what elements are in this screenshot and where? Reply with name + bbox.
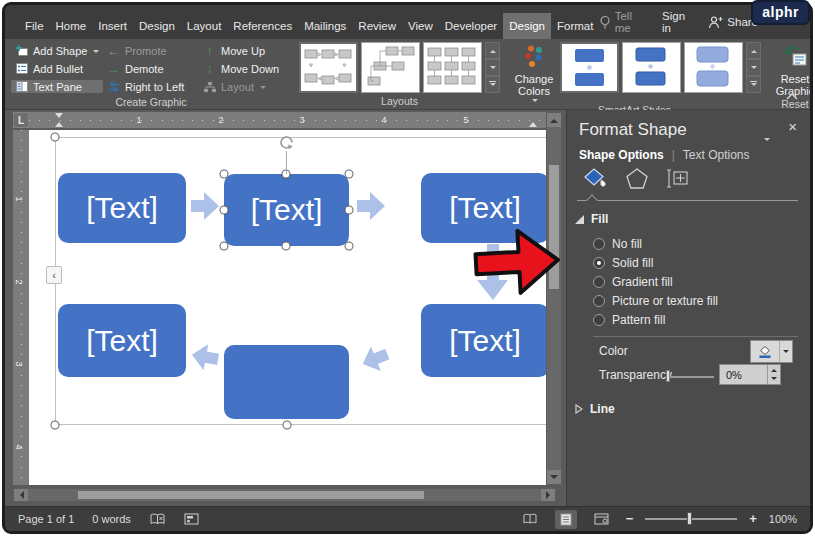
collapse-ribbon-button[interactable] bbox=[786, 86, 798, 104]
selection-handle[interactable] bbox=[282, 242, 291, 251]
gallery-scroll-down-button[interactable] bbox=[746, 59, 761, 76]
layout-thumbnail-2[interactable] bbox=[361, 42, 420, 93]
scroll-up-button[interactable] bbox=[547, 113, 561, 127]
fill-option[interactable]: Gradient fill bbox=[593, 275, 673, 289]
word-count[interactable]: 0 words bbox=[92, 513, 131, 525]
text-pane-toggle-button[interactable]: ‹ bbox=[46, 266, 62, 284]
menu-tab-design[interactable]: Design bbox=[133, 13, 181, 39]
horizontal-ruler[interactable]: 1 2 3 4 5 bbox=[29, 112, 546, 128]
print-layout-button[interactable] bbox=[555, 510, 577, 529]
panel-close-icon[interactable]: × bbox=[788, 118, 797, 135]
scroll-left-button[interactable] bbox=[14, 489, 28, 501]
read-mode-button[interactable] bbox=[517, 510, 543, 528]
web-layout-button[interactable] bbox=[589, 510, 614, 528]
menu-tab-references[interactable]: References bbox=[227, 13, 298, 39]
zoom-slider[interactable] bbox=[645, 518, 737, 520]
effects-icon[interactable] bbox=[625, 167, 649, 190]
line-section-header[interactable]: Line bbox=[575, 402, 615, 416]
gallery-scroll-up-button[interactable] bbox=[485, 42, 500, 59]
selection-handle[interactable] bbox=[220, 242, 229, 251]
spin-up-button[interactable] bbox=[768, 365, 780, 375]
promote-button[interactable]: ← Promote bbox=[103, 44, 199, 58]
menu-tab-insert[interactable]: Insert bbox=[92, 13, 133, 39]
menu-tab-developer[interactable]: Developer bbox=[439, 13, 503, 39]
color-dropdown-caret[interactable] bbox=[779, 341, 792, 362]
selection-handle[interactable] bbox=[345, 206, 354, 215]
menu-tab-review[interactable]: Review bbox=[352, 13, 402, 39]
demote-button[interactable]: → Demote bbox=[103, 62, 199, 76]
macro-recording-icon[interactable] bbox=[184, 513, 199, 525]
connector-arrow-left[interactable] bbox=[188, 338, 221, 376]
layout-properties-icon[interactable] bbox=[666, 167, 690, 190]
zoom-out-button[interactable]: − bbox=[626, 514, 634, 524]
tab-text-options[interactable]: Text Options bbox=[683, 148, 750, 162]
selection-handle[interactable] bbox=[220, 170, 229, 179]
zoom-level[interactable]: 100% bbox=[769, 513, 797, 525]
vertical-ruler[interactable]: 1 2 3 4 bbox=[13, 130, 29, 485]
menu-tab-view[interactable]: View bbox=[402, 13, 439, 39]
horizontal-scroll-thumb[interactable] bbox=[78, 491, 424, 499]
add-bullet-button[interactable]: Add Bullet bbox=[11, 62, 103, 75]
gallery-more-button[interactable] bbox=[746, 76, 761, 93]
text-pane-button[interactable]: Text Pane bbox=[11, 80, 103, 93]
fill-line-icon[interactable] bbox=[581, 166, 608, 191]
smartart-shape-6[interactable]: [Text] bbox=[58, 304, 186, 377]
smartart-shape-1[interactable]: [Text] bbox=[58, 173, 186, 243]
gallery-more-button[interactable] bbox=[485, 76, 500, 93]
selection-handle[interactable] bbox=[220, 206, 229, 215]
transparency-slider-thumb[interactable] bbox=[666, 370, 670, 382]
frame-handle[interactable] bbox=[51, 133, 60, 142]
add-shape-button[interactable]: Add Shape bbox=[11, 44, 103, 57]
connector-arrow-right[interactable] bbox=[191, 188, 219, 224]
fill-section-header[interactable]: Fill bbox=[575, 212, 608, 226]
right-to-left-button[interactable]: Right to Left bbox=[103, 81, 199, 93]
zoom-in-button[interactable]: + bbox=[749, 514, 757, 524]
selection-handle[interactable] bbox=[345, 170, 354, 179]
rotation-handle-icon[interactable] bbox=[278, 134, 295, 151]
layout-thumbnail-1[interactable] bbox=[299, 42, 358, 93]
smartart-shape-2-selected[interactable]: [Text] bbox=[224, 174, 349, 246]
smartart-shape-4[interactable]: [Text] bbox=[421, 304, 546, 377]
fill-option[interactable]: Picture or texture fill bbox=[593, 294, 718, 308]
connector-arrow-right[interactable] bbox=[357, 188, 385, 224]
fill-option[interactable]: Solid fill bbox=[593, 256, 653, 270]
tell-me[interactable]: Tell me bbox=[599, 10, 649, 34]
menu-tab-home[interactable]: Home bbox=[50, 13, 93, 39]
page-indicator[interactable]: Page 1 of 1 bbox=[18, 513, 74, 525]
style-thumbnail-1[interactable] bbox=[560, 42, 619, 93]
frame-handle[interactable] bbox=[51, 421, 60, 430]
horizontal-scrollbar[interactable] bbox=[13, 488, 556, 502]
move-up-button[interactable]: ↑ Move Up bbox=[199, 44, 291, 58]
zoom-slider-thumb[interactable] bbox=[687, 512, 692, 525]
left-indent-marker[interactable] bbox=[55, 118, 63, 127]
tab-shape-options[interactable]: Shape Options bbox=[579, 148, 664, 162]
menu-tab-smartart-design[interactable]: Design bbox=[503, 13, 551, 39]
fill-option[interactable]: No fill bbox=[593, 237, 642, 251]
document-page[interactable]: [Text] [Text] [Text] [Text] [Text] bbox=[29, 130, 546, 485]
transparency-spinbox[interactable]: 0% bbox=[719, 364, 781, 385]
sign-in-button[interactable]: Sign in bbox=[662, 10, 695, 34]
menu-tab-smartart-format[interactable]: Format bbox=[551, 13, 599, 39]
panel-options-caret-icon[interactable] bbox=[764, 128, 770, 146]
transparency-slider-track[interactable] bbox=[667, 376, 714, 378]
proofing-errors-icon[interactable] bbox=[149, 513, 166, 526]
right-indent-marker[interactable] bbox=[529, 118, 537, 127]
gallery-scroll-down-button[interactable] bbox=[485, 59, 500, 76]
scroll-right-button[interactable] bbox=[541, 489, 555, 501]
layout-thumbnail-3[interactable] bbox=[423, 42, 482, 93]
style-thumbnail-2[interactable] bbox=[622, 42, 681, 93]
move-down-button[interactable]: ↓ Move Down bbox=[199, 62, 291, 76]
menu-tab-layout[interactable]: Layout bbox=[181, 13, 228, 39]
change-colors-button[interactable]: Change Colors bbox=[508, 42, 560, 103]
tab-stop-selector[interactable]: L bbox=[13, 112, 29, 128]
menu-tab-mailings[interactable]: Mailings bbox=[298, 13, 352, 39]
menu-tab-file[interactable]: File bbox=[19, 13, 50, 39]
layout-button[interactable]: Layout bbox=[199, 81, 291, 93]
selection-handle[interactable] bbox=[345, 242, 354, 251]
style-thumbnail-3[interactable] bbox=[684, 42, 743, 93]
spin-down-button[interactable] bbox=[768, 375, 780, 385]
gallery-scroll-up-button[interactable] bbox=[746, 42, 761, 59]
scroll-down-button[interactable] bbox=[547, 470, 561, 484]
frame-handle[interactable] bbox=[283, 421, 292, 430]
fill-color-button[interactable] bbox=[750, 340, 793, 363]
